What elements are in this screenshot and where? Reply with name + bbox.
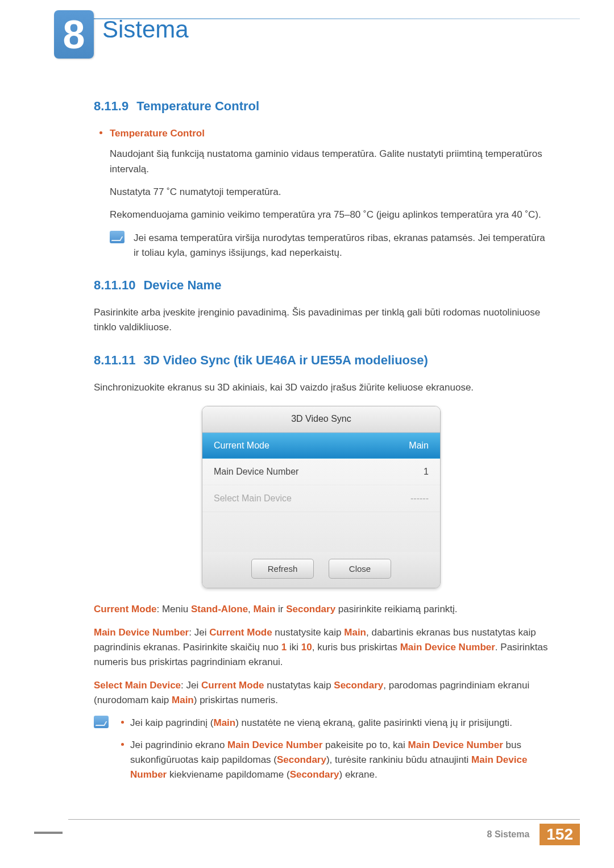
paragraph: Pasirinkite arba įveskite įrenginio pava… <box>94 305 549 335</box>
osd-spacer <box>202 512 440 552</box>
section-heading-3d-video-sync: 8.11.113D Video Sync (tik UE46A ir UE55A… <box>94 351 549 370</box>
note-icon <box>94 716 109 728</box>
osd-row-select-main-device: Select Main Device ------ <box>202 485 440 512</box>
paragraph: Sinchronizuokite ekranus su 3D akiniais,… <box>94 380 549 395</box>
osd-row-label: Select Main Device <box>214 492 292 506</box>
osd-row-value: ------ <box>410 492 429 506</box>
chapter-title: Sistema <box>102 16 189 43</box>
section-number: 8.11.11 <box>94 353 135 367</box>
section-number: 8.11.10 <box>94 278 135 292</box>
paragraph: Rekomenduojama gaminio veikimo temperatū… <box>110 207 549 222</box>
note-text: Jei esama temperatūra viršija nurodytas … <box>134 231 549 261</box>
page-number: 152 <box>540 824 580 845</box>
chapter-number-badge: 8 <box>54 10 94 59</box>
section-title: Device Name <box>143 278 221 292</box>
footer-breadcrumb: 8 Sistema <box>487 829 530 840</box>
footer-rule <box>68 819 580 820</box>
paragraph: Naudojant šią funkciją nustatoma gaminio… <box>110 147 549 177</box>
osd-row-value: 1 <box>424 465 429 479</box>
osd-button-bar: Refresh Close <box>202 552 440 588</box>
osd-title: 3D Video Sync <box>202 406 440 433</box>
close-button[interactable]: Close <box>329 559 391 579</box>
paragraph-current-mode-desc: Current Mode: Meniu Stand-Alone, Main ir… <box>94 602 549 617</box>
osd-row-value: Main <box>409 439 429 453</box>
footer: 8 Sistema 152 <box>487 824 580 845</box>
note-block: Jei esama temperatūra viršija nurodytas … <box>110 231 549 261</box>
footer-accent <box>34 832 63 834</box>
osd-row-main-device-number[interactable]: Main Device Number 1 <box>202 459 440 485</box>
section-heading-temp-control: 8.11.9Temperature Control <box>94 97 549 116</box>
note-icon <box>110 231 125 243</box>
section-title: Temperature Control <box>136 99 259 113</box>
paragraph-main-device-number-desc: Main Device Number: Jei Current Mode nus… <box>94 625 549 670</box>
refresh-button[interactable]: Refresh <box>251 559 314 579</box>
section-number: 8.11.9 <box>94 99 128 113</box>
osd-menu-3d-video-sync: 3D Video Sync Current Mode Main Main Dev… <box>202 406 441 588</box>
osd-row-label: Main Device Number <box>214 465 298 479</box>
paragraph: Nustatyta 77 ˚C numatytoji temperatūra. <box>110 185 549 200</box>
subheading-temp-control: Temperature Control <box>94 126 549 141</box>
osd-row-current-mode[interactable]: Current Mode Main <box>202 433 440 459</box>
note-list-item: Jei kaip pagrindinį (Main) nustatėte ne … <box>118 716 549 730</box>
osd-row-label: Current Mode <box>214 439 269 453</box>
paragraph-select-main-device-desc: Select Main Device: Jei Current Mode nus… <box>94 678 549 708</box>
note-block: Jei kaip pagrindinį (Main) nustatėte ne … <box>94 716 549 789</box>
section-heading-device-name: 8.11.10Device Name <box>94 276 549 295</box>
note-list-item: Jei pagrindinio ekrano Main Device Numbe… <box>118 738 549 783</box>
section-title: 3D Video Sync (tik UE46A ir UE55A modeli… <box>143 353 428 367</box>
